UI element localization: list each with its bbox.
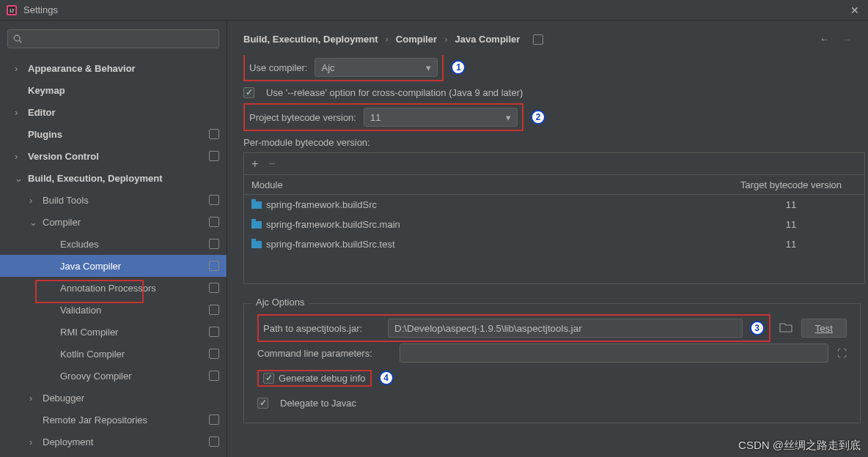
table-row[interactable]: spring-framework.buildSrc 11 bbox=[244, 195, 864, 215]
gutter-icon bbox=[209, 283, 219, 293]
table-row[interactable]: spring-framework.buildSrc.main 11 bbox=[244, 215, 864, 234]
callout-4: 4 bbox=[379, 371, 394, 385]
tree-vcs[interactable]: ›Version Control bbox=[0, 145, 227, 167]
tree-excludes[interactable]: ›Excludes bbox=[0, 233, 227, 255]
forward-arrow-icon[interactable]: → bbox=[842, 34, 852, 45]
reset-icon[interactable] bbox=[533, 34, 543, 45]
tree-appearance[interactable]: ›Appearance & Behavior bbox=[0, 57, 227, 79]
gutter-icon bbox=[209, 305, 219, 315]
cmdline-input[interactable] bbox=[400, 343, 828, 363]
gutter-icon bbox=[209, 371, 219, 381]
search-input[interactable] bbox=[7, 29, 219, 48]
test-button[interactable]: Test bbox=[801, 319, 847, 338]
delegate-label: Delegate to Javac bbox=[280, 398, 356, 409]
bytecode-table: Module Target bytecode version spring-fr… bbox=[243, 174, 865, 284]
bytecode-label: Project bytecode version: bbox=[249, 112, 356, 123]
folder-icon[interactable] bbox=[779, 322, 792, 335]
add-button[interactable]: + bbox=[251, 157, 258, 171]
debug-checkbox[interactable] bbox=[263, 373, 274, 384]
tree-annotation[interactable]: ›Annotation Processors bbox=[0, 277, 227, 299]
tree-editor[interactable]: ›Editor bbox=[0, 101, 227, 123]
gutter-icon bbox=[209, 217, 219, 227]
release-label: Use '--release' option for cross-compila… bbox=[266, 87, 523, 98]
gutter-icon bbox=[209, 349, 219, 359]
window-title: Settings bbox=[23, 4, 58, 15]
close-icon[interactable]: ✕ bbox=[847, 4, 862, 16]
chevron-down-icon: ▾ bbox=[506, 112, 511, 123]
callout-1: 1 bbox=[451, 60, 466, 75]
tree-compiler[interactable]: ⌄Compiler bbox=[0, 211, 227, 233]
back-arrow-icon[interactable]: ← bbox=[820, 34, 829, 45]
path-label: Path to aspectjtools.jar: bbox=[263, 323, 380, 334]
use-compiler-label: Use compiler: bbox=[249, 62, 307, 73]
chevron-down-icon: ▾ bbox=[426, 62, 431, 73]
tree-javacompiler[interactable]: ›Java Compiler bbox=[0, 255, 227, 277]
use-compiler-dropdown[interactable]: Ajc ▾ bbox=[315, 58, 438, 77]
gutter-icon bbox=[209, 261, 219, 271]
gutter-icon bbox=[209, 195, 219, 205]
svg-line-4 bbox=[19, 40, 21, 42]
gutter-icon bbox=[209, 151, 219, 161]
gutter-icon bbox=[209, 239, 219, 249]
svg-text:IJ: IJ bbox=[10, 7, 14, 14]
bytecode-dropdown[interactable]: 11 ▾ bbox=[364, 108, 518, 127]
tree-bed[interactable]: ⌄Build, Execution, Deployment bbox=[0, 167, 227, 189]
gutter-icon bbox=[209, 327, 219, 337]
search-icon bbox=[12, 34, 23, 44]
gutter-icon bbox=[209, 415, 219, 425]
gutter-icon bbox=[209, 129, 219, 139]
tree-remotejar[interactable]: ›Remote Jar Repositories bbox=[0, 409, 227, 431]
callout-3: 3 bbox=[750, 321, 765, 335]
app-icon: IJ bbox=[6, 4, 18, 16]
tree-keymap[interactable]: ›Keymap bbox=[0, 79, 227, 101]
expand-icon[interactable]: ⛶ bbox=[837, 348, 847, 359]
path-input[interactable] bbox=[388, 319, 743, 338]
delegate-checkbox[interactable] bbox=[257, 398, 268, 409]
watermark: CSDN @丝绸之路走到底 bbox=[738, 439, 861, 453]
release-checkbox[interactable] bbox=[243, 87, 254, 98]
callout-2: 2 bbox=[531, 110, 545, 125]
ajc-legend: Ajc Options bbox=[251, 297, 309, 308]
col-target: Target bytecode version bbox=[718, 179, 864, 190]
gutter-icon bbox=[209, 436, 219, 447]
module-icon bbox=[251, 201, 262, 209]
remove-button[interactable]: − bbox=[268, 157, 275, 171]
module-icon bbox=[251, 221, 262, 228]
breadcrumb: Build, Execution, Deployment › Compiler … bbox=[243, 34, 543, 45]
tree-validation[interactable]: ›Validation bbox=[0, 299, 227, 321]
permodule-label: Per-module bytecode version: bbox=[243, 137, 865, 148]
table-row[interactable]: spring-framework.buildSrc.test 11 bbox=[244, 234, 864, 254]
tree-deployment[interactable]: ›Deployment bbox=[0, 431, 227, 453]
tree-rmi[interactable]: ›RMI Compiler bbox=[0, 321, 227, 343]
module-icon bbox=[251, 241, 262, 248]
col-module: Module bbox=[244, 179, 718, 190]
debug-label: Generate debug info bbox=[279, 373, 366, 384]
tree-kotlin[interactable]: ›Kotlin Compiler bbox=[0, 343, 227, 365]
svg-point-3 bbox=[14, 35, 20, 41]
tree-groovy[interactable]: ›Groovy Compiler bbox=[0, 365, 227, 387]
tree-buildtools[interactable]: ›Build Tools bbox=[0, 189, 227, 211]
cmdline-label: Command line parameters: bbox=[257, 348, 391, 359]
settings-tree: ›Appearance & Behavior ›Keymap ›Editor ›… bbox=[0, 57, 227, 457]
tree-plugins[interactable]: ›Plugins bbox=[0, 123, 227, 145]
tree-debugger[interactable]: ›Debugger bbox=[0, 387, 227, 409]
